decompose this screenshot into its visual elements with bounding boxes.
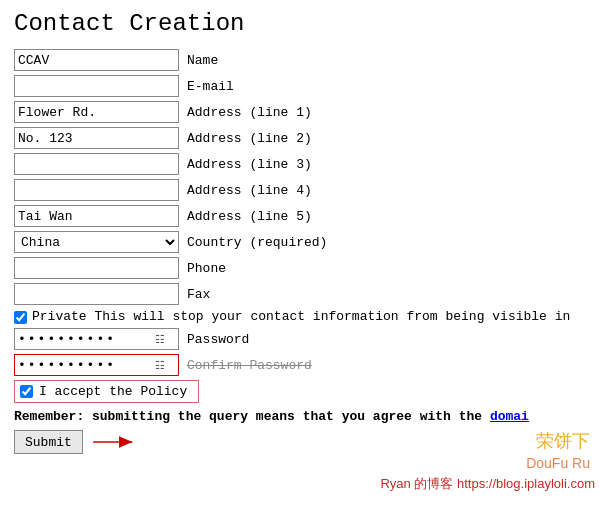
private-row: Private This will stop your contact info…: [14, 309, 586, 324]
fax-row: Fax: [14, 283, 586, 305]
name-label: Name: [187, 53, 218, 68]
confirm-password-label: Confirm Password: [187, 358, 312, 373]
submit-button[interactable]: Submit: [14, 430, 83, 454]
watermark-douf: DouFu Ru: [526, 455, 590, 471]
fax-label: Fax: [187, 287, 210, 302]
email-input[interactable]: [14, 75, 179, 97]
private-checkbox[interactable]: [14, 311, 27, 324]
private-text: Private This will stop your contact info…: [32, 309, 586, 324]
address4-label: Address (line 4): [187, 183, 312, 198]
name-input[interactable]: [14, 49, 179, 71]
address2-input[interactable]: [14, 127, 179, 149]
watermark-ryan: Ryan 的博客 https://blog.iplayloli.com: [380, 475, 595, 493]
country-label: Country (required): [187, 235, 327, 250]
address4-row: Address (line 4): [14, 179, 586, 201]
policy-label: I accept the Policy: [39, 384, 187, 399]
phone-row: Phone: [14, 257, 586, 279]
address4-input[interactable]: [14, 179, 179, 201]
policy-row: I accept the Policy: [14, 380, 199, 403]
policy-checkbox[interactable]: [20, 385, 33, 398]
domain-link[interactable]: domai: [490, 409, 529, 424]
name-row: Name: [14, 49, 586, 71]
country-row: China United States Taiwan Country (requ…: [14, 231, 586, 253]
address5-input[interactable]: [14, 205, 179, 227]
country-select[interactable]: China United States Taiwan: [14, 231, 179, 253]
password-row: ☷ Password: [14, 328, 586, 350]
address3-input[interactable]: [14, 153, 179, 175]
submit-row: Submit: [14, 430, 586, 454]
address1-input[interactable]: [14, 101, 179, 123]
address2-label: Address (line 2): [187, 131, 312, 146]
address1-label: Address (line 1): [187, 105, 312, 120]
password-icon[interactable]: ☷: [150, 329, 170, 349]
address3-row: Address (line 3): [14, 153, 586, 175]
confirm-password-icon[interactable]: ☷: [150, 355, 170, 375]
confirm-password-input[interactable]: [15, 355, 150, 375]
remember-row: Remember: submitting the query means tha…: [14, 409, 586, 424]
address2-row: Address (line 2): [14, 127, 586, 149]
email-row: E-mail: [14, 75, 586, 97]
address1-row: Address (line 1): [14, 101, 586, 123]
fax-input[interactable]: [14, 283, 179, 305]
password-label: Password: [187, 332, 249, 347]
arrow-indicator: [89, 432, 139, 452]
confirm-password-wrapper: ☷: [14, 354, 179, 376]
password-input[interactable]: [15, 329, 150, 349]
address5-row: Address (line 5): [14, 205, 586, 227]
password-wrapper: ☷: [14, 328, 179, 350]
page-title: Contact Creation: [14, 10, 586, 37]
remember-text: Remember: submitting the query means tha…: [14, 409, 529, 424]
page-wrapper: Contact Creation Name E-mail Address (li…: [0, 0, 600, 513]
phone-label: Phone: [187, 261, 226, 276]
email-label: E-mail: [187, 79, 234, 94]
address5-label: Address (line 5): [187, 209, 312, 224]
confirm-password-row: ☷ Confirm Password: [14, 354, 586, 376]
address3-label: Address (line 3): [187, 157, 312, 172]
phone-input[interactable]: [14, 257, 179, 279]
